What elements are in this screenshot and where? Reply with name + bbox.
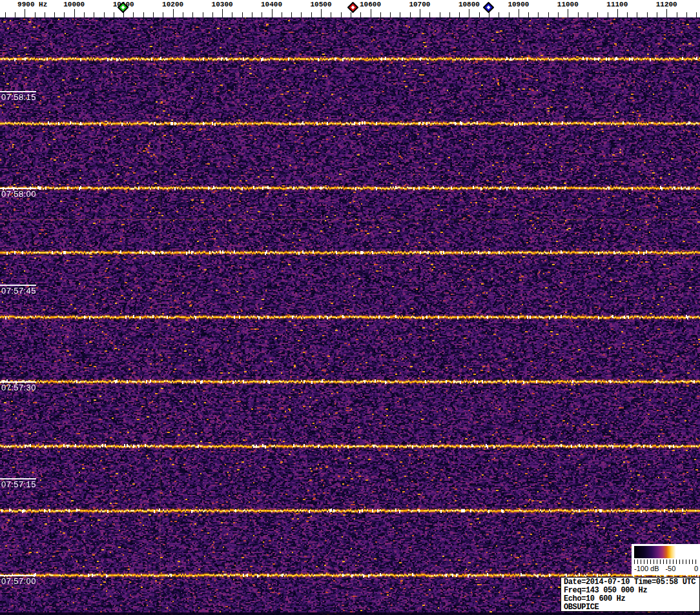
- ruler-minor-tick: [597, 12, 598, 17]
- ruler-minor-tick: [509, 12, 510, 17]
- ruler-major-tick: [173, 9, 174, 17]
- ruler-minor-tick: [153, 12, 154, 17]
- waterfall-display: -100 dB -50 0 Date=2014-07-10 Time=05:58…: [0, 17, 700, 615]
- ruler-label-10700: 10700: [409, 1, 430, 8]
- ruler-minor-tick: [390, 12, 391, 17]
- ruler-minor-tick: [84, 12, 85, 17]
- ruler-minor-tick: [133, 12, 134, 17]
- ruler-label-10400: 10400: [261, 1, 282, 8]
- ruler-minor-tick: [183, 12, 183, 17]
- marker-red-icon[interactable]: [347, 2, 358, 13]
- ruler-minor-tick: [410, 12, 411, 17]
- colorbar-labels: -100 dB -50 0: [632, 565, 700, 574]
- ruler-minor-tick: [686, 12, 687, 17]
- ruler-minor-tick: [64, 12, 65, 17]
- ruler-minor-tick: [459, 12, 460, 17]
- ruler-minor-tick: [252, 12, 252, 17]
- ruler-minor-tick: [163, 12, 163, 17]
- ruler-minor-tick: [54, 12, 55, 17]
- ruler-minor-tick: [449, 12, 450, 17]
- ruler-minor-tick: [15, 12, 15, 17]
- ruler-minor-tick: [351, 12, 351, 17]
- ruler-major-tick: [272, 9, 273, 17]
- ruler-minor-tick: [479, 12, 480, 17]
- ruler-major-tick: [568, 9, 568, 17]
- ruler-minor-tick: [242, 12, 243, 17]
- ruler-minor-tick: [5, 12, 6, 17]
- ruler-label-9900: 9900 Hz: [17, 1, 47, 8]
- ruler-major-tick: [321, 9, 322, 17]
- ruler-label-10600: 10600: [360, 1, 381, 8]
- ruler-minor-tick: [657, 12, 657, 17]
- ruler-major-tick: [25, 9, 25, 17]
- info-observatory: OBSUPICE: [564, 603, 699, 612]
- ruler-minor-tick: [677, 12, 677, 17]
- ruler-minor-tick: [282, 12, 282, 17]
- ruler-minor-tick: [627, 12, 628, 17]
- ruler-minor-tick: [341, 12, 342, 17]
- ruler-minor-tick: [538, 12, 539, 17]
- ruler-minor-tick: [380, 12, 381, 17]
- ruler-major-tick: [420, 9, 420, 17]
- ruler-minor-tick: [489, 12, 489, 17]
- ruler-minor-tick: [331, 12, 331, 17]
- ruler-minor-tick: [94, 12, 94, 17]
- colorbar-gradient: [634, 546, 697, 558]
- ruler-minor-tick: [192, 12, 193, 17]
- ruler-minor-tick: [400, 12, 400, 17]
- ruler-major-tick: [519, 9, 519, 17]
- ruler-minor-tick: [637, 12, 637, 17]
- ruler-minor-tick: [262, 12, 262, 17]
- ruler-minor-tick: [45, 12, 45, 17]
- ruler-minor-tick: [647, 12, 648, 17]
- time-label-075715: 07:57:15: [1, 479, 36, 489]
- time-label-075745: 07:57:45: [1, 286, 36, 296]
- ruler-minor-tick: [232, 12, 232, 17]
- ruler-major-tick: [617, 9, 618, 17]
- colorbar-ticks: [634, 560, 698, 564]
- colorbar-panel: -100 dB -50 0: [632, 544, 700, 575]
- ruler-label-10200: 10200: [162, 1, 183, 8]
- ruler-major-tick: [469, 9, 469, 17]
- colorbar-min-label: -100 dB: [634, 565, 659, 572]
- ruler-minor-tick: [35, 12, 36, 17]
- ruler-minor-tick: [360, 12, 361, 17]
- ruler-minor-tick: [143, 12, 144, 17]
- ruler-minor-tick: [440, 12, 440, 17]
- time-label-075700: 07:57:00: [1, 576, 36, 586]
- ruler-major-tick: [74, 9, 75, 17]
- ruler-label-10300: 10300: [212, 1, 233, 8]
- ruler-major-tick: [371, 9, 371, 17]
- time-label-075730: 07:57:30: [1, 383, 36, 392]
- ruler-label-10800: 10800: [458, 1, 480, 8]
- ruler-minor-tick: [548, 12, 549, 17]
- ruler-major-tick: [222, 9, 223, 17]
- ruler-label-11100: 11100: [606, 1, 628, 8]
- ruler-major-tick: [666, 9, 667, 17]
- ruler-label-10500: 10500: [310, 1, 331, 8]
- ruler-minor-tick: [104, 12, 105, 17]
- ruler-label-10900: 10900: [508, 1, 529, 8]
- ruler-minor-tick: [301, 12, 302, 17]
- ruler-minor-tick: [696, 12, 697, 17]
- colorbar-max-label: 0: [694, 565, 698, 572]
- ruler-minor-tick: [588, 12, 588, 17]
- info-box: Date=2014-07-10 Time=05:58 UTC Freq=143 …: [561, 577, 700, 612]
- marker-green-icon[interactable]: [118, 2, 129, 13]
- frequency-ruler[interactable]: 9900 Hz100001010010200103001040010500106…: [0, 0, 700, 17]
- ruler-label-11200: 11200: [656, 1, 677, 8]
- marker-blue-icon[interactable]: [483, 2, 494, 13]
- ruler-minor-tick: [311, 12, 312, 17]
- ruler-minor-tick: [114, 12, 114, 17]
- ruler-minor-tick: [499, 12, 499, 17]
- spectrogram-canvas: [0, 17, 700, 615]
- time-label-075800: 07:58:00: [1, 189, 36, 199]
- ruler-minor-tick: [203, 12, 203, 17]
- colorbar-mid-label: -50: [665, 565, 675, 572]
- ruler-minor-tick: [578, 12, 579, 17]
- ruler-minor-tick: [291, 12, 292, 17]
- ruler-label-11000: 11000: [557, 1, 579, 8]
- time-label-075815: 07:58:15: [1, 92, 36, 102]
- ruler-minor-tick: [212, 12, 213, 17]
- ruler-minor-tick: [558, 12, 559, 17]
